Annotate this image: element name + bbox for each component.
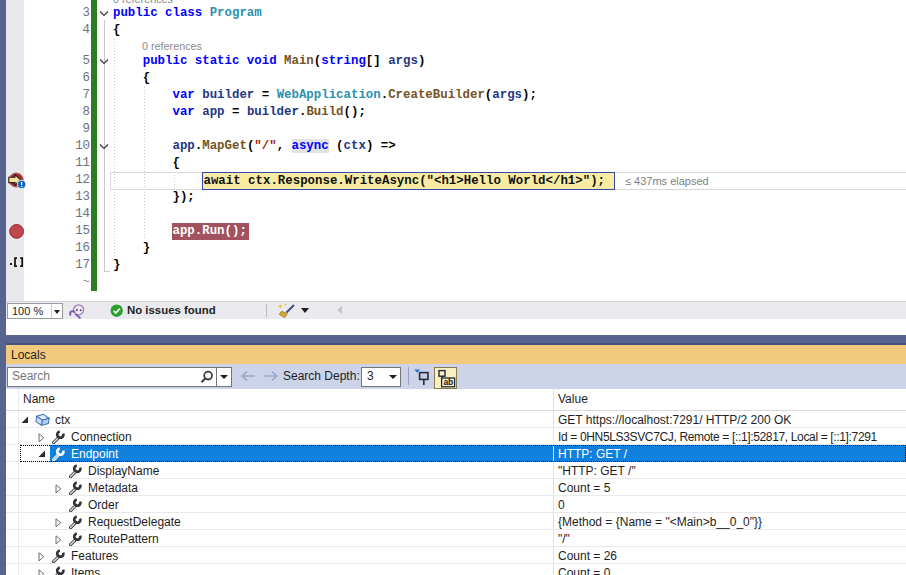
- svg-text:ab: ab: [443, 377, 453, 387]
